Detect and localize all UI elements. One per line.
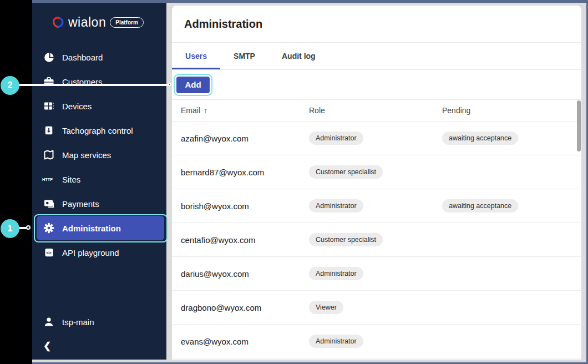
gear-icon — [42, 222, 55, 234]
email-cell: azafin@wyox.com — [181, 134, 309, 143]
sidebar-user-label: tsp-main — [62, 317, 94, 327]
sidebar-item-api-playground[interactable]: <>API playground — [32, 240, 166, 265]
role-cell: Customer specialist — [309, 233, 442, 246]
sidebar-item-label: Tachograph control — [62, 126, 133, 135]
wialon-logo-icon — [51, 17, 64, 29]
email-cell: evans@wyox.com — [181, 337, 309, 346]
role-cell: Viewer — [309, 301, 442, 314]
sidebar-item-administration[interactable]: Administration — [37, 216, 164, 240]
sidebar-item-label: API playground — [62, 248, 119, 257]
sidebar-item-sites[interactable]: HTTPSites — [32, 167, 166, 191]
table-row[interactable]: bernard87@wyox.comCustomer specialist — [172, 155, 581, 189]
pending-chip: awaiting acceptance — [442, 132, 518, 145]
page-title: Administration — [184, 18, 262, 31]
panel-header: Administration — [172, 6, 581, 43]
tachograph-icon — [42, 124, 55, 136]
sidebar-item-label: Administration — [62, 224, 121, 233]
role-chip: Administrator — [309, 267, 363, 280]
map-icon — [42, 149, 55, 161]
column-header-label: Pending — [442, 106, 470, 115]
sidebar-item-tachograph-control[interactable]: Tachograph control — [32, 118, 166, 143]
chevron-left-icon: ❮ — [43, 341, 51, 351]
annotation-marker-2: 2 — [1, 76, 19, 95]
email-cell: darius@wyox.com — [181, 269, 309, 279]
toolbar: Add — [172, 70, 581, 100]
user-table-body: azafin@wyox.comAdministratorawaiting acc… — [172, 122, 581, 358]
role-chip: Customer specialist — [309, 233, 383, 246]
sidebar-collapse-button[interactable]: ❮ — [43, 340, 51, 352]
sidebar-item-label: Devices — [62, 102, 92, 111]
email-cell: borish@wyox.com — [181, 201, 309, 211]
role-cell: Administrator — [309, 132, 442, 145]
column-header-pending[interactable]: Pending — [442, 106, 581, 115]
column-header-email[interactable]: Email↑ — [181, 106, 309, 115]
table-row[interactable]: evans@wyox.comAdministrator — [172, 325, 581, 358]
annotation-endpoint-dot-2 — [168, 83, 171, 86]
sidebar-item-customers[interactable]: Customers — [32, 69, 166, 94]
vertical-scrollbar-thumb[interactable] — [577, 100, 581, 151]
annotation-connector-1 — [19, 227, 27, 229]
role-chip: Viewer — [309, 301, 343, 314]
role-cell: Administrator — [309, 335, 442, 348]
email-cell: centafio@wyox.com — [181, 235, 309, 245]
email-cell: dragbono@wyox.com — [181, 303, 309, 312]
tab-users[interactable]: Users — [172, 43, 220, 69]
column-header-role[interactable]: Role — [309, 106, 442, 115]
person-icon — [42, 316, 55, 328]
email-cell: bernard87@wyox.com — [181, 168, 309, 177]
table-row[interactable]: centafio@wyox.comCustomer specialist — [172, 223, 581, 257]
sidebar-item-label: Payments — [62, 199, 99, 209]
role-cell: Administrator — [309, 199, 442, 213]
devices-icon — [42, 100, 55, 112]
tab-smtp[interactable]: SMTP — [220, 43, 268, 69]
sort-ascending-icon: ↑ — [204, 106, 207, 115]
sidebar-item-label: Sites — [62, 175, 80, 184]
role-chip: Administrator — [309, 199, 363, 213]
table-row[interactable]: dragbono@wyox.comViewer — [172, 291, 581, 325]
annotation-marker-1: 1 — [1, 219, 19, 238]
pending-cell: awaiting acceptance — [442, 199, 581, 213]
sidebar-item-label: Dashboard — [62, 53, 103, 62]
main-panel: Administration UsersSMTPAudit log Add Em… — [172, 6, 581, 360]
column-header-label: Email — [181, 106, 200, 115]
role-chip: Administrator — [309, 132, 363, 145]
payments-icon — [42, 198, 55, 210]
role-chip: Administrator — [309, 335, 363, 348]
tab-bar: UsersSMTPAudit log — [172, 43, 581, 70]
role-chip: Customer specialist — [309, 165, 383, 179]
sidebar-item-dashboard[interactable]: Dashboard — [32, 45, 166, 69]
table-row[interactable]: borish@wyox.comAdministratorawaiting acc… — [172, 189, 581, 223]
api-icon: <> — [42, 246, 55, 259]
wialon-logo[interactable]: wialon Platform — [51, 15, 144, 30]
sidebar-item-label: Map services — [62, 150, 111, 160]
role-cell: Administrator — [309, 267, 442, 280]
http-icon: HTTP — [42, 173, 55, 185]
sidebar-nav: DashboardCustomersDevicesTachograph cont… — [32, 45, 166, 265]
sidebar: wialon Platform DashboardCustomersDevice… — [32, 3, 166, 360]
svg-text:<>: <> — [46, 250, 52, 255]
sidebar-item-payments[interactable]: Payments — [32, 191, 166, 216]
sidebar-item-devices[interactable]: Devices — [32, 94, 166, 118]
column-header-label: Role — [309, 106, 325, 115]
table-row[interactable]: azafin@wyox.comAdministratorawaiting acc… — [172, 122, 581, 155]
screenshot-root: wialon Platform DashboardCustomersDevice… — [0, 0, 588, 364]
annotation-endpoint-ring-1 — [26, 225, 31, 230]
table-header: Email↑RolePending — [172, 100, 581, 122]
logo-text: wialon — [68, 15, 106, 30]
tab-audit-log[interactable]: Audit log — [268, 43, 329, 69]
sidebar-user[interactable]: tsp-main — [42, 316, 94, 328]
table-row[interactable]: darius@wyox.comAdministrator — [172, 257, 581, 291]
add-button[interactable]: Add — [176, 77, 210, 93]
pending-chip: awaiting acceptance — [442, 199, 518, 213]
dashboard-icon — [42, 51, 55, 63]
svg-text:HTTP: HTTP — [42, 177, 53, 182]
sidebar-item-map-services[interactable]: Map services — [32, 143, 166, 167]
pending-cell: awaiting acceptance — [442, 132, 581, 145]
role-cell: Customer specialist — [309, 165, 442, 179]
platform-badge: Platform — [110, 17, 144, 28]
annotation-connector-2 — [19, 84, 170, 86]
